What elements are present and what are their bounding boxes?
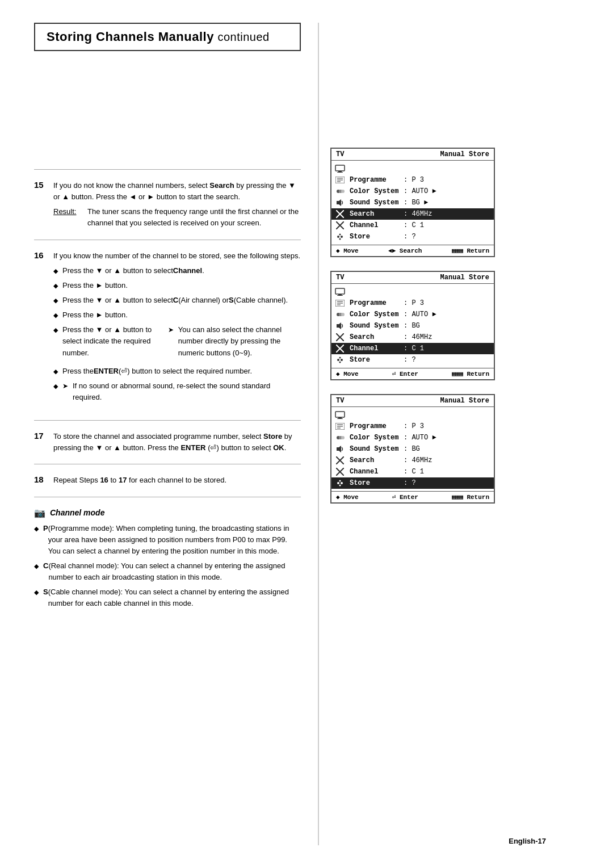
ok-bold: OK [273,443,284,452]
osd-icon-2-3 [331,322,349,330]
result-label: Result: [53,206,87,229]
svg-point-55 [339,480,341,482]
svg-rect-20 [338,294,342,295]
result-text: The tuner scans the frequency range unti… [87,206,301,229]
svg-point-28 [341,313,345,316]
osd-value-sound-2: : BG [402,322,494,330]
osd-icon-3-1 [331,423,349,430]
osd-value-color-1: : AUTO ► [402,187,494,195]
osd-footer-enter-3: ⏎ Enter [392,493,418,501]
svg-rect-2 [337,172,343,173]
osd-value-store-2: : ? [402,356,494,364]
osd-tv-label-3: TV [336,397,344,405]
step-16-bullet-1: Press the ▼ or ▲ button to select Channe… [53,265,301,276]
osd-label-store-1: Store [349,233,402,241]
svg-point-37 [339,362,341,363]
channel-mode-s: S (Cable channel mode): You can select a… [34,586,301,609]
step-16-intro: If you know the number of the channel to… [53,251,300,260]
osd-label-sound-2: Sound System [349,322,402,330]
osd-icon-tv-2 [331,288,349,296]
step-16-content: If you know the number of the channel to… [53,250,301,410]
osd-row-3-4: Search : 46MHz [331,455,494,466]
osd-value-search-3: : 46MHz [402,456,494,464]
step-16-bullet-6: Press the ENTER (⏎) button to select the… [53,366,301,377]
osd-footer-1: ◆ Move ◄► Search ▦▦▦ Return [331,245,494,256]
osd-value-store-1: : ? [402,233,494,241]
svg-point-15 [337,236,339,238]
step-16-bullets: Press the ▼ or ▲ button to select Channe… [53,265,301,406]
osd-header-1: TV Manual Store [331,149,494,161]
svg-point-9 [341,190,345,193]
svg-marker-10 [337,199,341,206]
osd-panel-3: TV Manual Store [330,394,495,504]
osd-label-search-2: Search [349,333,402,341]
osd-body-1: Programme : P 3 Color System : AUTO ► [331,161,494,245]
osd-value-color-3: : AUTO ► [402,434,494,442]
osd-panel-2: TV Manual Store [330,271,495,380]
osd-icon-1-5 [331,221,349,229]
osd-value-sound-1: : BG ► [402,199,494,207]
osd-label-channel-2: Channel [349,345,402,353]
osd-icon-3-4 [331,456,349,464]
osd-row-1-5: Channel : C 1 [331,220,494,231]
osd-label-sound-3: Sound System [349,445,402,453]
svg-rect-21 [337,295,343,296]
osd-value-color-2: : AUTO ► [402,311,494,318]
osd-footer-move-3: ◆ Move [336,493,359,501]
channel-mode-section: 📷 Channel mode P (Programme mode): When … [34,508,301,610]
step-16-ref: 16 [100,476,108,484]
title-main: Storing Channels Manually [47,30,214,44]
osd-label-store-3: Store [349,479,402,487]
title-continued: continued [218,31,270,43]
search-bold: Search [209,181,234,190]
osd-footer-enter-2: ⏎ Enter [392,370,418,378]
step-17-content: To store the channel and associated prog… [53,431,301,454]
divider-top [34,169,301,170]
osd-icon-2-5 [331,345,349,353]
s-bold: S [229,295,234,306]
enter-bold-2: ENTER [180,443,205,452]
svg-point-54 [341,482,343,484]
osd-row-3-3: Sound System : BG [331,443,494,455]
divider-bottom [34,497,301,497]
svg-point-36 [339,357,341,359]
svg-rect-19 [335,288,345,294]
osd-label-programme-2: Programme [349,299,402,307]
osd-label-color-1: Color System [349,187,402,195]
osd-tv-label-1: TV [336,150,344,158]
s-label: S [43,586,48,598]
step-16: 16 If you know the number of the channel… [34,250,301,410]
osd-value-store-3: : ? [402,479,494,487]
osd-label-color-2: Color System [349,311,402,318]
svg-point-34 [337,359,339,361]
step-18: 18 Repeat Steps 16 to 17 for each channe… [34,475,301,486]
svg-rect-0 [335,165,345,171]
svg-rect-1 [338,171,342,172]
step-15: 15 If you do not know the channel number… [34,180,301,229]
step-17-ref: 17 [119,476,127,484]
osd-icon-3-5 [331,468,349,476]
osd-footer-3: ◆ Move ⏎ Enter ▦▦▦ Return [331,491,494,502]
osd-value-search-2: : 46MHz [402,333,494,341]
step-15-text: If you do not know the channel numbers, … [53,181,296,201]
osd-icon-tv-1 [331,165,349,173]
osd-header-3: TV Manual Store [331,395,494,407]
p-label: P [43,523,48,534]
channel-mode-header: 📷 Channel mode [34,508,301,518]
step-18-content: Repeat Steps 16 to 17 for each channel t… [53,475,301,486]
osd-footer-return-2: ▦▦▦ Return [452,370,489,378]
step-16-bullet-2: Press the ► button. [53,280,301,291]
osd-row-2-1: Programme : P 3 [331,297,494,309]
svg-point-47 [341,436,345,439]
osd-label-store-2: Store [349,356,402,364]
osd-icon-2-6 [331,356,349,364]
osd-row-2-6: Store : ? [331,354,494,366]
step-16-bullet-4: Press the ► button. [53,309,301,321]
enter-bold-1: ENTER [94,366,119,377]
c-bold: C [173,295,178,306]
spacer-for-image [34,68,301,159]
page-container: Storing Channels Manually continued 15 I… [0,0,613,868]
osd-icon-3-2 [331,434,349,441]
svg-point-18 [339,238,341,240]
osd-value-programme-2: : P 3 [402,299,494,307]
